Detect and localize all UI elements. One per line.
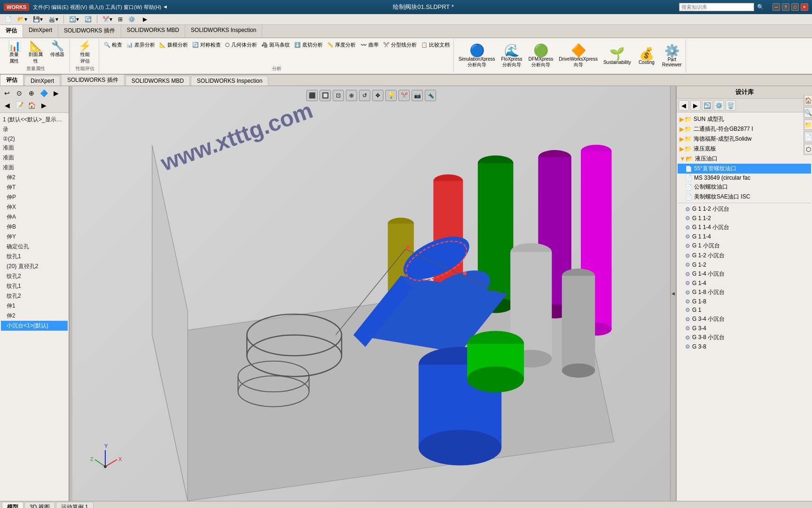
tab-model-view[interactable]: 模型 [2,502,23,508]
tree-item-extrudeA[interactable]: 伸A [1,212,68,222]
tab-sw-mbd-2[interactable]: SOLIDWORKS MBD [125,76,190,86]
performance-btn[interactable]: ⚡ 性能评估 [75,40,95,65]
note-btn[interactable]: 📝 [14,100,25,111]
list-item-g112[interactable]: ⚙ G 1 1-2 [678,214,811,222]
rp-search-btn[interactable]: 🔍 [804,107,812,118]
sketch-btn[interactable]: 🔷 [38,87,49,99]
tab-motion-study[interactable]: 运动算例 1 [56,502,94,508]
tree-item-thread1[interactable]: 纹孔1 [1,252,68,262]
rp-fwd-btn[interactable]: ▶ [690,100,701,111]
tab-sw-inspection[interactable]: SOLIDWORKS Inspection [185,25,262,38]
tab-model[interactable]: 评估 [0,74,23,86]
item-sae-port[interactable]: 📄 美制螺纹SAE油口 ISC [678,192,811,202]
menu-view[interactable]: 视图(V) [70,4,87,11]
section-view-btn[interactable]: ✂️ [398,90,410,101]
options-btn[interactable]: ⚙️ [126,15,137,24]
zoom-fit-btn[interactable]: ⊡ [333,90,344,101]
tree-item-hole2[interactable]: (20) 直径孔2 [1,262,68,271]
open-btn[interactable]: 📂▾ [16,15,29,24]
forward-btn[interactable]: ⊙ [14,87,25,99]
sustainability-btn[interactable]: 🌱 Sustainability [601,47,633,66]
home-btn[interactable]: 🏠 [26,100,37,111]
select-btn[interactable]: ✂️▾ [101,15,114,24]
folder-er-tong[interactable]: ▶📁 二通插孔-符合GB2877 I [678,124,811,134]
pan-btn[interactable]: ✥ [372,90,383,101]
close-button[interactable]: ✕ [801,3,808,11]
tree-item[interactable]: 1 (默认<<默认>_显示状态 [1,115,68,125]
zebra-btn[interactable]: 🦓 斑马条纹 [259,41,292,49]
inspect-btn[interactable]: 🔍 检查 [102,41,124,49]
search-input[interactable] [679,3,754,11]
tree-item-thread2a[interactable]: 纹孔2 [1,271,68,281]
undercut-btn[interactable]: ⬇️ 底切分析 [292,41,325,49]
menu-tools[interactable]: 工具(T) [105,4,122,11]
snap-btn[interactable]: ⊞ [116,15,125,24]
compare-btn[interactable]: 📋 比较文档 [419,41,452,49]
help-button[interactable]: ? [782,3,789,11]
floXpress-btn[interactable]: 🌊 FloXpress分析向导 [499,43,525,69]
rotate-btn[interactable]: ↺ [359,90,370,101]
redo-btn[interactable]: ↪️ [83,15,94,24]
thickness-btn[interactable]: 📏 厚度分析 [325,41,358,49]
minimize-button[interactable]: ─ [773,3,780,11]
tree-item-extrudeT[interactable]: 伸T [1,183,68,192]
right-panel-collapse[interactable]: ◀ [670,86,676,501]
tree-item-locate[interactable]: 确定位孔 [1,242,68,252]
menu-edit[interactable]: 编辑(E) [51,4,69,11]
tab-sw-insp-2[interactable]: SOLIDWORKS Inspection [191,76,268,86]
rp-undo-btn[interactable]: ↩️ [702,100,712,111]
tab-sw-mbd[interactable]: SOLIDWORKS MBD [121,25,185,38]
rebuild-btn[interactable]: ▶ [50,87,62,99]
item-55deg[interactable]: 📄 55°直管螺纹油口 [678,164,811,174]
parting-btn[interactable]: ✂️ 分型线分析 [381,41,419,49]
list-item-g1-s[interactable]: ⚙ G 1 小沉台 [678,241,811,251]
tree-item-extrudeB[interactable]: 伸B [1,222,68,232]
tree-item-right[interactable]: 准面 [1,163,68,173]
zoom-sel-btn[interactable]: ⊕ [346,90,357,101]
expand-tree-btn[interactable]: ▶ [38,100,49,111]
new-btn[interactable]: 📄 [3,15,14,24]
tree-item-front[interactable]: 准面 [1,143,68,153]
rp-3d-btn[interactable]: ⬡ [804,144,812,154]
item-metric-thread[interactable]: 📄 公制螺纹油口 [678,182,811,192]
rp-settings-btn[interactable]: ⚙️ [714,100,724,111]
part-reviewer-btn[interactable]: ⚙️ PartReviewer [660,44,684,68]
list-item-g12[interactable]: ⚙ G 1-2 [678,261,811,269]
tab-dimxpert-2[interactable]: DimXpert [24,76,60,86]
list-item-g12-s[interactable]: ⚙ G 1-2 小沉台 [678,251,811,261]
folder-sun[interactable]: ▶📁 SUN 成型孔 [678,114,811,124]
tree-item-2[interactable]: ②(2) [1,135,68,143]
search-icon[interactable]: 🔍 [757,4,764,10]
view-orient-btn[interactable]: ⬛ [306,90,318,101]
save-btn[interactable]: 💾▾ [31,15,45,24]
simulation-xpress-btn[interactable]: 🔵 SimulationXpress分析向导 [457,43,497,69]
item-ms33649[interactable]: 📄 MS 33649 (circular fac [678,174,811,182]
rp-back-btn[interactable]: ◀ [679,100,689,111]
maximize-button[interactable]: □ [791,3,799,11]
list-item-g1[interactable]: ⚙ G 1 [678,306,811,314]
tab-dimxpert[interactable]: DimXpert [23,25,58,38]
undo-btn[interactable]: ↩️▾ [67,15,81,24]
list-item-g38[interactable]: ⚙ G 3-8 [678,342,811,351]
list-item-g114[interactable]: ⚙ G 1 1-4 [678,232,811,241]
dfmXpress-btn[interactable]: 🟢 DFMXpress分析向导 [527,43,555,69]
zoom-btn[interactable]: ⊕ [26,87,37,99]
tab-sw-add-ins[interactable]: SOLIDWORKS 插件 [61,74,125,86]
tree-item-extrude2b[interactable]: 伸2 [1,311,68,321]
list-item-g112-s[interactable]: ⚙ G 1 1-2 小沉台 [678,204,811,214]
mass-properties-btn[interactable]: 📊 质量属性 [4,40,24,65]
curvature-btn[interactable]: 〰️ 曲率 [359,41,381,49]
tree-item-extrudeX[interactable]: 伸X [1,202,68,212]
folder-haidefu[interactable]: ▶📁 海德福斯-成型孔Solidw [678,134,811,144]
list-item-g34-s[interactable]: ⚙ G 3-4 小沉台 [678,314,811,324]
expand-btn[interactable]: ▶ [141,15,149,24]
list-item-g14[interactable]: ⚙ G 1-4 [678,279,811,287]
draft-analysis-btn[interactable]: 📐 拨模分析 [157,41,190,49]
menu-window[interactable]: 窗口(W) [124,4,142,11]
3d-viewport[interactable]: www.xtttg.com ⬛ 🔲 ⊡ ⊕ ↺ ✥ 💡 ✂️ 📷 🔦 X Y Z [72,86,670,501]
tab-sw-plugins[interactable]: SOLIDWORKS 插件 [58,25,121,38]
menu-arrow[interactable]: ◄ [163,4,168,11]
tree-item[interactable]: 录 [1,125,68,135]
folder-hydraulic-board[interactable]: ▶📁 液压底板 [678,144,811,154]
list-item-g114-s[interactable]: ⚙ G 1 1-4 小沉台 [678,222,811,232]
